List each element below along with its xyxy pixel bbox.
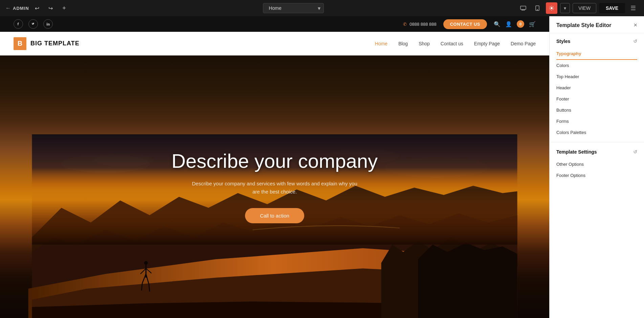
styles-section-title: Styles ↺ [556,39,637,44]
styles-refresh-icon[interactable]: ↺ [633,39,637,44]
topbar-icons: 🔍 👤 0 🛒 [494,20,536,28]
svg-rect-0 [520,6,526,9]
nav-contact[interactable]: Contact us [441,41,463,46]
nav-home[interactable]: Home [375,41,387,46]
template-settings-title: Template Settings ↺ [556,149,637,155]
linkedin-icon[interactable] [43,19,53,29]
admin-bar-left: ← ADMIN ↩ ↪ + [5,3,70,14]
footer-options-item[interactable]: Footer Options [556,170,637,181]
tablet-view-button[interactable] [532,2,543,14]
editor-title: Template Style Editor [556,22,611,28]
phone-display: ✆ 0888 888 888 [403,22,437,27]
top-header-item[interactable]: Top Header [556,71,637,82]
twitter-icon[interactable] [28,19,38,29]
hero-subtitle: Describe your company and services with … [190,180,359,196]
contact-us-button[interactable]: CONTACT US [443,19,487,29]
page-selector[interactable]: Home [263,3,324,13]
forms-item[interactable]: Forms [556,116,637,127]
hamburger-menu-button[interactable]: ☰ [628,3,639,13]
redo-button[interactable]: ↪ [45,3,56,14]
styles-section: Styles ↺ Typography Colors Top Header He… [550,33,644,141]
main-nav: Home Blog Shop Contact us Empty Page Dem… [375,41,536,46]
undo-button[interactable]: ↩ [32,3,43,14]
site-logo: B BIG TEMPLATE [14,37,80,50]
style-editor-panel: Template Style Editor × Styles ↺ Typogra… [549,16,644,318]
footer-item[interactable]: Footer [556,93,637,105]
style-dropdown-button[interactable]: ▾ [560,3,570,13]
svg-point-8 [47,23,47,23]
nav-empty-page[interactable]: Empty Page [474,41,500,46]
back-to-admin[interactable]: ← ADMIN [5,5,29,11]
style-editor-button[interactable] [546,2,557,14]
nav-blog[interactable]: Blog [398,41,408,46]
buttons-item[interactable]: Buttons [556,105,637,116]
svg-point-6 [551,7,553,9]
preview-area: ✆ 0888 888 888 CONTACT US 🔍 👤 0 🛒 B BIG … [0,16,549,318]
hero-cta-button[interactable]: Call to action [245,208,304,223]
editor-header: Template Style Editor × [550,16,644,33]
nav-shop[interactable]: Shop [419,41,430,46]
header-item[interactable]: Header [556,82,637,93]
hero-title: Describe your company [172,150,378,172]
hero-section: Describe your company Describe your comp… [0,55,549,318]
admin-label: ADMIN [13,6,29,11]
site-topbar: ✆ 0888 888 888 CONTACT US 🔍 👤 0 🛒 [0,16,549,32]
search-icon[interactable]: 🔍 [494,21,501,27]
facebook-icon[interactable] [14,19,23,29]
svg-rect-7 [47,24,47,26]
main-area: ✆ 0888 888 888 CONTACT US 🔍 👤 0 🛒 B BIG … [0,16,644,318]
save-button[interactable]: SAVE [599,3,625,13]
svg-point-5 [537,9,538,10]
logo-box: B [14,37,26,50]
hero-content: Describe your company Describe your comp… [0,55,549,318]
user-icon[interactable]: 👤 [505,21,512,27]
social-icons [14,19,53,29]
other-options-item[interactable]: Other Options [556,159,637,170]
admin-center: Home [72,3,515,13]
logo-text: BIG TEMPLATE [30,40,80,47]
nav-demo-page[interactable]: Demo Page [511,41,536,46]
admin-bar: ← ADMIN ↩ ↪ + Home [0,0,644,16]
colors-item[interactable]: Colors [556,60,637,71]
colors-palettes-item[interactable]: Colors Palettes [556,127,637,138]
template-settings-section: Template Settings ↺ Other Options Footer… [550,144,644,184]
add-button[interactable]: + [59,3,70,14]
cart-icon[interactable]: 🛒 [529,21,536,27]
editor-close-button[interactable]: × [634,22,637,29]
template-settings-refresh-icon[interactable]: ↺ [633,149,637,155]
view-button[interactable]: VIEW [573,3,596,13]
editor-divider [550,142,644,142]
typography-item[interactable]: Typography [556,48,637,60]
cart-badge[interactable]: 0 [517,20,524,28]
page-selector-wrap: Home [263,3,324,13]
admin-right: ▾ VIEW SAVE ☰ [517,2,639,14]
site-nav: B BIG TEMPLATE Home Blog Shop Contact us… [0,32,549,55]
topbar-right: ✆ 0888 888 888 CONTACT US 🔍 👤 0 🛒 [403,19,536,29]
desktop-view-button[interactable] [517,2,529,14]
